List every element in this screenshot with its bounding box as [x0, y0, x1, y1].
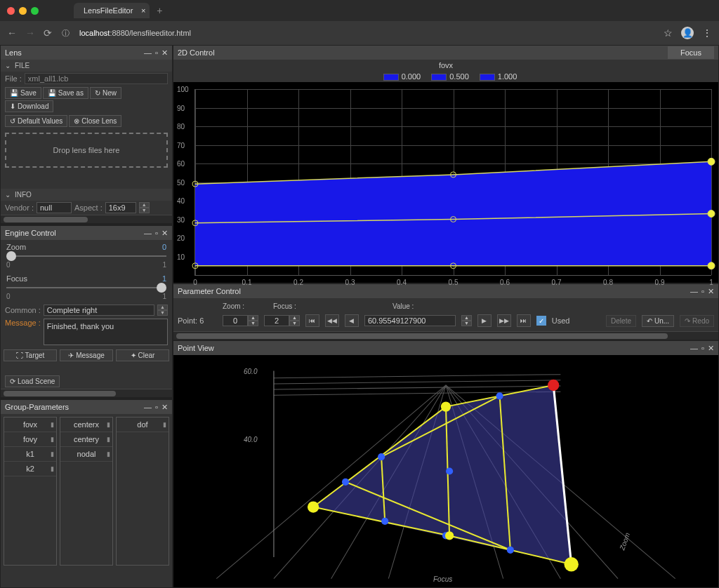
file-input[interactable] — [25, 73, 168, 84]
close-icon[interactable]: ✕ — [161, 403, 168, 412]
save-as-button[interactable]: 💾 Save as — [43, 87, 88, 99]
pc-focus-stepper[interactable]: ▲▼ — [289, 315, 300, 326]
param-scrollbar[interactable] — [173, 331, 718, 340]
common-label: Common : — [5, 306, 41, 314]
reload-icon[interactable]: ⟳ — [44, 27, 52, 39]
lens-panel: Lens —▫✕ ⌄FILE File : 💾 Save 💾 Save as ↻… — [0, 45, 173, 224]
default-values-button[interactable]: ↺ Default Values — [5, 115, 67, 127]
aspect-input[interactable] — [105, 202, 136, 213]
maximize-icon[interactable]: ▫ — [701, 287, 704, 296]
gp-item-fovx[interactable]: fovx▮ — [4, 417, 56, 432]
maximize-icon[interactable]: ▫ — [155, 229, 158, 238]
forward-icon[interactable]: → — [25, 27, 35, 39]
zoom-slider[interactable] — [6, 251, 166, 261]
minimize-icon[interactable]: — — [690, 344, 698, 353]
browser-tab[interactable]: LensFileEditor × — [74, 3, 150, 18]
new-button[interactable]: ↻ New — [90, 87, 121, 99]
nav-next-icon[interactable]: ▶▶ — [497, 314, 511, 327]
pc-focus-input[interactable] — [264, 315, 289, 326]
aspect-stepper[interactable]: ▲▼ — [139, 202, 150, 213]
engine-panel-title: Engine Control — [5, 229, 144, 237]
svg-point-36 — [308, 501, 319, 512]
minimize-window-icon[interactable] — [19, 7, 27, 15]
close-lens-button[interactable]: ⊗ Close Lens — [69, 115, 121, 127]
drop-zone[interactable]: Drop lens files here — [5, 133, 168, 168]
maximize-window-icon[interactable] — [31, 7, 39, 15]
gp-item-dof[interactable]: dof▮ — [117, 417, 169, 432]
site-info-icon[interactable]: ⓘ — [62, 28, 70, 39]
chart-2d[interactable]: 10203040506070809010000.10.20.30.40.50.6… — [173, 82, 718, 283]
profile-icon[interactable]: 👤 — [681, 27, 694, 39]
legend-swatch-icon — [431, 74, 447, 81]
save-button[interactable]: 💾 Save — [5, 87, 41, 99]
url-display[interactable]: localhost:8880/lensfileeditor.html — [79, 29, 654, 37]
used-checkbox[interactable]: ✓ — [536, 316, 546, 326]
chevron-down-icon[interactable]: ⌄ — [5, 191, 11, 199]
vendor-input[interactable] — [37, 202, 72, 213]
focus-tab[interactable]: Focus — [668, 46, 714, 59]
svg-point-39 — [445, 531, 454, 540]
undo-button[interactable]: ↶ Un... — [642, 315, 674, 327]
minimize-icon[interactable]: — — [144, 48, 152, 58]
nav-fwd-icon[interactable]: ▶ — [477, 314, 492, 327]
nav-back-icon[interactable]: ◀ — [345, 314, 359, 327]
message-button[interactable]: ✈ Message — [60, 349, 113, 361]
nav-prev-icon[interactable]: ◀◀ — [325, 314, 339, 327]
nav-first-icon[interactable]: ⏮ — [305, 314, 319, 327]
close-icon[interactable]: ✕ — [708, 287, 714, 296]
close-icon[interactable]: ✕ — [708, 344, 714, 353]
lens-scrollbar[interactable] — [1, 215, 172, 223]
engine-scrollbar[interactable] — [1, 389, 172, 397]
svg-point-2 — [708, 158, 715, 165]
value-stepper[interactable]: ▲▼ — [461, 315, 472, 326]
value-input[interactable] — [364, 315, 456, 326]
gp-item-fovy[interactable]: fovy▮ — [4, 432, 56, 447]
chart-title: fovx — [173, 60, 718, 71]
chevron-down-icon[interactable]: ⌄ — [5, 62, 11, 69]
focus-slider[interactable] — [6, 283, 166, 293]
aspect-label: Aspect : — [74, 203, 103, 212]
delete-button[interactable]: Delete — [606, 315, 636, 327]
nav-last-icon[interactable]: ⏭ — [517, 314, 531, 327]
gp-item-k2[interactable]: k2▮ — [4, 462, 56, 476]
pc-zoom-input[interactable] — [223, 315, 248, 326]
maximize-icon[interactable]: ▫ — [155, 403, 158, 412]
pc-zoom-stepper[interactable]: ▲▼ — [248, 315, 258, 326]
gp-item-centerx[interactable]: centerx▮ — [60, 417, 112, 432]
maximize-icon[interactable]: ▫ — [155, 48, 158, 58]
bookmark-icon[interactable]: ☆ — [664, 27, 673, 39]
message-textarea[interactable]: Finished, thank you — [44, 319, 168, 345]
point-view-3d[interactable]: 60.0 40.0 Focus Zoom — [173, 355, 718, 587]
download-button[interactable]: ⬇ Download — [5, 100, 53, 112]
clear-button[interactable]: ✦ Clear — [116, 349, 169, 361]
common-stepper[interactable]: ▲▼ — [157, 305, 168, 316]
gp-item-k1[interactable]: k1▮ — [4, 447, 56, 462]
window-titlebar: LensFileEditor × + — [0, 0, 719, 21]
y-tick: 40.0 — [244, 436, 257, 443]
target-button[interactable]: ⛶ Target — [4, 349, 57, 361]
point-view-title: Point View — [178, 344, 690, 352]
svg-point-5 — [708, 211, 715, 218]
svg-line-18 — [274, 380, 560, 384]
control-2d-title: 2D Control — [178, 48, 668, 57]
svg-point-8 — [708, 262, 715, 269]
close-icon[interactable]: ✕ — [161, 48, 168, 58]
maximize-icon[interactable]: ▫ — [701, 344, 704, 353]
back-icon[interactable]: ← — [7, 27, 17, 39]
close-window-icon[interactable] — [7, 7, 15, 15]
gp-item-nodal[interactable]: nodal▮ — [60, 447, 112, 462]
svg-point-32 — [507, 547, 514, 554]
focus-value: 1 — [162, 274, 166, 283]
new-tab-button[interactable]: + — [157, 5, 162, 16]
menu-icon[interactable]: ⋮ — [702, 27, 712, 39]
gp-item-centery[interactable]: centery▮ — [60, 432, 112, 447]
redo-button[interactable]: ↷ Redo — [680, 315, 714, 327]
close-tab-icon[interactable]: × — [141, 6, 145, 15]
close-icon[interactable]: ✕ — [161, 229, 168, 238]
gp-panel-title: Group-Parameters — [5, 403, 144, 411]
minimize-icon[interactable]: — — [690, 287, 698, 296]
minimize-icon[interactable]: — — [144, 229, 152, 238]
load-scene-button[interactable]: ⟳ Load Scene — [5, 375, 60, 387]
common-select[interactable] — [44, 305, 154, 316]
minimize-icon[interactable]: — — [144, 403, 152, 412]
